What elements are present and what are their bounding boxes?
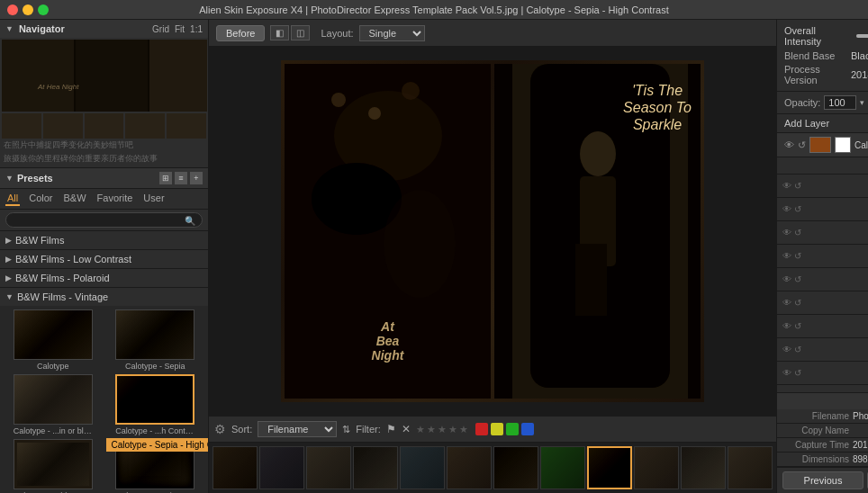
preset-item-calotype-blur[interactable]: Calotype - ...in or blur) [4,374,103,435]
window-title: Alien Skin Exposure X4 | PhotoDirector E… [199,4,669,15]
tab-bw[interactable]: B&W [62,192,88,206]
adj-sync-focus[interactable]: ↺ [794,251,801,261]
previous-button[interactable]: Previous [782,471,863,489]
filmstrip-thumb-10[interactable] [634,446,679,489]
close-button[interactable] [7,4,18,15]
preset-item-calotype-sepia[interactable]: Calotype - Sepia [106,309,205,371]
filmstrip-thumb-8[interactable] [540,446,585,489]
preset-add-btn[interactable]: + [190,172,203,184]
add-layer-bar: Add Layer [777,114,868,133]
adj-sync-bokeh[interactable]: ↺ [794,321,801,331]
presets-collapse-arrow[interactable]: ▼ [5,174,14,183]
meta-filename-value: PhotoDirector Express T [853,411,868,421]
intensity-slider[interactable] [856,34,868,38]
search-icon: 🔍 [185,215,195,225]
adj-eye-vignette[interactable]: 👁 [782,204,791,214]
filmstrip-thumb-1[interactable] [212,446,258,489]
adj-eye-transform[interactable]: 👁 [782,368,791,378]
split-view-btn[interactable]: ◧ [270,25,289,40]
navigator-zoom-btn[interactable]: 1:1 [190,24,203,34]
tab-favorite[interactable]: Favorite [95,192,135,206]
star-2[interactable]: ★ [427,424,436,435]
adj-item-overlays[interactable]: 👁 ↺ Overlays ▾ [777,221,868,245]
filmstrip-thumb-11[interactable] [681,446,726,489]
star-1[interactable]: ★ [416,424,425,435]
navigator-grid-btn[interactable]: Grid [152,24,169,34]
filmstrip-thumb-7[interactable] [493,446,538,489]
tab-color[interactable]: Color [27,192,54,206]
adj-item-ir[interactable]: 👁 ↺ IR ▾ [777,291,868,315]
star-3[interactable]: ★ [438,424,447,435]
metadata-header[interactable]: Metadata ▾ [777,393,868,409]
preset-group-bw-films-header[interactable]: ▶ B&W Films [0,231,208,249]
adj-item-bokeh[interactable]: 👁 ↺ Bokeh ▾ [777,315,868,338]
settings-icon[interactable]: ⚙ [214,422,226,436]
adj-item-lens-correction[interactable]: 👁 ↺ Lens Correction ▾ [777,338,868,362]
reject-icon[interactable]: ✕ [402,423,411,435]
adj-sync-vignette[interactable]: ↺ [794,204,801,214]
blue-flag[interactable] [521,423,534,435]
metadata-title: Metadata [784,396,868,407]
preset-grid-view-btn[interactable]: ⊞ [159,172,172,184]
navigator-collapse-arrow[interactable]: ▼ [5,24,14,33]
filmstrip-thumb-4[interactable] [353,446,398,489]
adj-eye-lens[interactable]: 👁 [782,345,791,354]
before-button[interactable]: Before [216,25,265,41]
filmstrip-thumb-3[interactable] [306,446,351,489]
tab-user[interactable]: User [141,192,166,206]
preset-item-calotype[interactable]: Calotype [4,309,103,371]
star-4[interactable]: ★ [448,424,457,435]
red-flag[interactable] [475,423,488,435]
adj-sync-ir[interactable]: ↺ [794,298,801,308]
filmstrip-thumb-9[interactable] [587,446,632,489]
preset-group-bw-polaroid: ▶ B&W Films - Polaroid [0,269,208,288]
adj-eye-focus[interactable]: 👁 [782,251,791,261]
adj-name-tone-curve: Tone Curve [805,181,868,192]
filmstrip-thumb-12[interactable] [728,446,773,489]
adj-eye-grain[interactable]: 👁 [782,274,791,284]
adj-item-transform[interactable]: 👁 ↺ Transform ▾ [777,362,868,385]
opacity-input[interactable] [824,95,856,110]
adj-eye-bokeh[interactable]: 👁 [782,321,791,331]
adj-eye-overlays[interactable]: 👁 [782,228,791,238]
adj-item-tone-curve[interactable]: 👁 ↺ Tone Curve ▾ [777,175,868,198]
blend-base-value[interactable]: Black & White [851,50,868,61]
preset-list-view-btn[interactable]: ≡ [175,172,187,184]
adj-sync-overlays[interactable]: ↺ [794,228,801,238]
preset-search-input[interactable] [5,212,203,228]
adj-sync-transform[interactable]: ↺ [794,368,801,378]
navigator-fit-btn[interactable]: Fit [175,24,185,34]
maximize-button[interactable] [38,4,49,15]
green-flag[interactable] [506,423,519,435]
adj-item-vignette[interactable]: 👁 ↺ Vignette ▾ [777,198,868,221]
adj-sync-icon[interactable]: ↺ [794,181,801,191]
adj-eye-ir[interactable]: 👁 [782,298,791,308]
yellow-flag[interactable] [491,423,503,435]
filmstrip-thumb-6[interactable] [447,446,492,489]
filmstrip-thumb-2[interactable] [259,446,304,489]
layout-select[interactable]: Single [359,25,425,41]
tab-all[interactable]: All [5,192,20,206]
process-version-value[interactable]: 2018 (v2) [851,69,868,80]
flag-icon[interactable]: ⚑ [386,423,396,435]
preset-group-bw-vintage-header[interactable]: ▼ B&W Films - Vintage [0,288,208,306]
layer-sync-icon[interactable]: ↺ [798,139,806,151]
preset-item-calotype-frame[interactable]: Calotype ...Old Frame [4,439,103,493]
adj-item-grain[interactable]: 👁 ↺ Grain ▾ [777,268,868,291]
preset-group-bw-polaroid-header[interactable]: ▶ B&W Films - Polaroid [0,269,208,287]
add-layer-button[interactable]: Add Layer [784,118,829,129]
filmstrip-thumb-5[interactable] [400,446,445,489]
star-5[interactable]: ★ [459,424,468,435]
sort-order-icon[interactable]: ⇅ [342,424,350,435]
preset-item-calotype-hc[interactable]: Calotype - ...h Contrast Calotype - Sepi… [106,374,205,435]
svg-text:At Hea Night: At Hea Night [37,83,79,91]
sort-select[interactable]: Filename [258,421,337,437]
adj-sync-lens[interactable]: ↺ [794,345,801,354]
preset-group-bw-lc-header[interactable]: ▶ B&W Films - Low Contrast [0,250,208,268]
layer-visibility-icon[interactable]: 👁 [784,139,794,150]
adj-eye-icon[interactable]: 👁 [782,181,791,191]
minimize-button[interactable] [23,4,33,15]
adj-item-focus[interactable]: 👁 ↺ Focus ▾ [777,245,868,268]
compare-view-btn[interactable]: ◫ [291,25,310,40]
adj-sync-grain[interactable]: ↺ [794,274,801,284]
